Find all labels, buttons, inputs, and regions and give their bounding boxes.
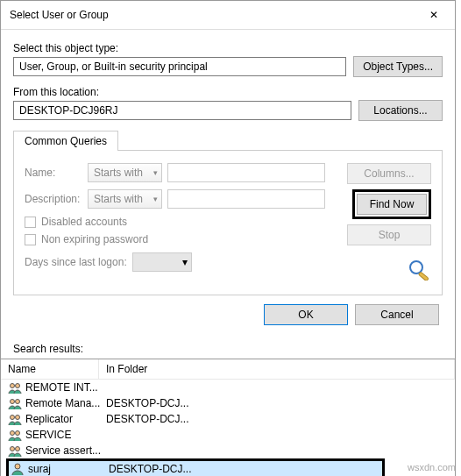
days-since-logon-combo[interactable]: ▾	[132, 252, 192, 272]
close-button[interactable]: ✕	[422, 6, 446, 24]
description-match-value: Starts with	[94, 193, 143, 205]
svg-point-4	[11, 400, 15, 404]
search-results: Name In Folder REMOTE INT...Remote Mana.…	[1, 359, 455, 476]
svg-point-11	[16, 447, 20, 451]
object-type-label: Select this object type:	[13, 42, 443, 54]
result-name: Replicator	[25, 413, 106, 425]
common-queries-panel: Name: Starts with ▾ Description: Starts …	[13, 150, 443, 295]
ok-button[interactable]: OK	[264, 304, 348, 325]
svg-point-3	[16, 384, 20, 388]
group-icon	[8, 412, 22, 426]
group-icon	[8, 396, 22, 410]
user-icon	[11, 462, 25, 476]
object-types-button[interactable]: Object Types...	[353, 56, 443, 77]
select-user-or-group-dialog: Select User or Group ✕ Select this objec…	[0, 0, 456, 476]
chevron-down-icon: ▾	[182, 256, 188, 268]
tab-common-queries[interactable]: Common Queries	[13, 131, 118, 151]
svg-rect-1	[418, 272, 429, 281]
svg-point-12	[15, 464, 20, 469]
result-name: SERVICE	[25, 429, 106, 441]
non-expiring-password-label: Non expiring password	[41, 233, 148, 245]
result-row[interactable]: surajDESKTOP-DCJ...	[6, 458, 385, 476]
object-type-input[interactable]	[13, 57, 346, 76]
location-input[interactable]	[13, 101, 351, 120]
result-folder: DESKTOP-DCJ...	[106, 397, 451, 409]
chevron-down-icon: ▾	[153, 195, 158, 203]
dialog-title: Select User or Group	[10, 9, 109, 21]
description-input[interactable]	[167, 189, 325, 209]
result-folder: DESKTOP-DCJ...	[109, 463, 379, 475]
svg-point-6	[11, 416, 15, 420]
result-row[interactable]: ReplicatorDESKTOP-DCJ...	[1, 411, 455, 427]
group-icon	[8, 428, 22, 442]
find-icon	[407, 258, 431, 277]
svg-point-10	[11, 447, 15, 451]
search-results-label: Search results:	[1, 341, 455, 359]
from-location-label: From this location:	[13, 86, 443, 98]
dialog-body: Select this object type: Object Types...…	[1, 30, 455, 341]
name-label: Name:	[25, 167, 88, 179]
close-icon: ✕	[429, 9, 438, 21]
column-header-name[interactable]: Name	[1, 359, 99, 379]
result-row[interactable]: REMOTE INT...	[1, 380, 455, 395]
locations-button[interactable]: Locations...	[358, 100, 443, 121]
svg-point-9	[16, 431, 20, 436]
svg-point-2	[11, 384, 15, 388]
find-now-highlight: Find Now	[352, 189, 431, 219]
column-header-folder[interactable]: In Folder	[99, 359, 455, 379]
find-now-button[interactable]: Find Now	[357, 194, 427, 215]
non-expiring-password-checkbox[interactable]: Non expiring password	[25, 233, 338, 245]
results-body: REMOTE INT...Remote Mana...DESKTOP-DCJ..…	[1, 380, 455, 476]
name-match-value: Starts with	[94, 167, 143, 179]
name-match-combo[interactable]: Starts with ▾	[88, 163, 162, 182]
disabled-accounts-checkbox[interactable]: Disabled accounts	[25, 216, 338, 228]
result-name: Remote Mana...	[25, 397, 106, 409]
columns-button[interactable]: Columns...	[347, 163, 431, 184]
svg-point-5	[16, 400, 20, 404]
checkbox-icon	[25, 217, 36, 228]
watermark: wsxdn.com	[408, 462, 456, 472]
cancel-button[interactable]: Cancel	[355, 304, 439, 325]
result-name: REMOTE INT...	[25, 381, 106, 394]
common-queries-tabset: Common Queries Name: Starts with ▾ Descr…	[13, 130, 443, 295]
svg-point-7	[16, 416, 20, 420]
svg-point-8	[11, 431, 15, 436]
checkbox-icon	[25, 234, 36, 245]
svg-point-0	[410, 261, 422, 274]
result-folder: DESKTOP-DCJ...	[106, 413, 451, 425]
result-row[interactable]: Service assert...	[1, 443, 455, 458]
result-row[interactable]: SERVICE	[1, 427, 455, 443]
group-icon	[8, 380, 22, 394]
result-row[interactable]: Remote Mana...DESKTOP-DCJ...	[1, 395, 455, 411]
stop-button[interactable]: Stop	[347, 224, 431, 245]
result-name: Service assert...	[25, 444, 106, 457]
result-name: suraj	[28, 463, 109, 475]
description-match-combo[interactable]: Starts with ▾	[88, 189, 162, 209]
chevron-down-icon: ▾	[153, 168, 158, 177]
name-input[interactable]	[167, 163, 325, 182]
disabled-accounts-label: Disabled accounts	[41, 216, 127, 228]
group-icon	[8, 444, 22, 458]
days-since-logon-label: Days since last logon:	[25, 256, 127, 268]
results-header: Name In Folder	[1, 359, 455, 380]
description-label: Description:	[25, 193, 88, 205]
titlebar: Select User or Group ✕	[1, 1, 455, 30]
